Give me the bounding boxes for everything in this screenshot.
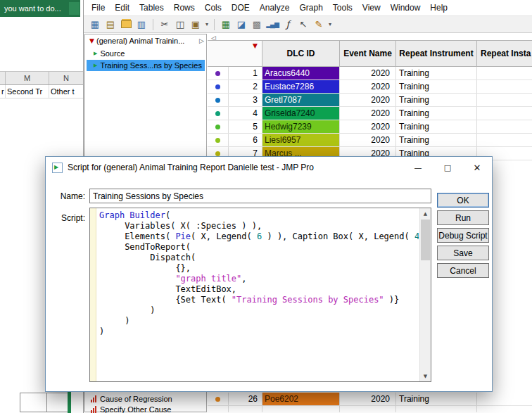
red-triangle-icon[interactable]: ▼ xyxy=(253,42,258,49)
repeat-instrument-cell[interactable]: Training xyxy=(396,107,477,120)
row-state-cell[interactable] xyxy=(208,67,229,80)
menu-rows[interactable]: Rows xyxy=(169,1,200,15)
repeat-instrument-cell[interactable]: Training xyxy=(396,120,477,133)
script-editor[interactable]: Graph Builder( Variables( X( :Species ) … xyxy=(89,208,431,382)
minimize-button[interactable]: — xyxy=(403,157,433,178)
excel-cell[interactable]: r xyxy=(0,85,6,98)
event-name-cell[interactable]: 2020 xyxy=(340,134,396,146)
table-row[interactable]: 1Aracus64402020Training xyxy=(208,67,532,80)
row-number-cell[interactable]: 6 xyxy=(229,134,262,146)
menu-file[interactable]: File xyxy=(87,1,110,15)
repeat-instrument-cell[interactable]: Training xyxy=(396,134,477,146)
expand-panel-icon[interactable]: ▷ xyxy=(199,37,204,44)
menu-tables[interactable]: Tables xyxy=(134,1,169,15)
script-scrollbar[interactable]: ▲ ▼ xyxy=(419,208,431,381)
table-row[interactable]: 4Griselda72402020Training xyxy=(208,107,532,120)
column-header-repeat-instrument[interactable]: Repeat Instrument xyxy=(396,40,477,67)
menu-help[interactable]: Help xyxy=(425,1,452,15)
menu-tools[interactable]: Tools xyxy=(328,1,357,15)
close-button[interactable]: ✕ xyxy=(462,157,492,178)
excel-cell[interactable] xyxy=(47,393,69,412)
save-file-icon[interactable] xyxy=(134,18,148,32)
menu-edit[interactable]: Edit xyxy=(110,1,134,15)
table-row[interactable] xyxy=(208,406,532,412)
table-script-source[interactable]: ▶Source xyxy=(87,48,205,59)
dlc-id-cell[interactable]: Griselda7240 xyxy=(262,107,340,120)
maximize-button[interactable]: □ xyxy=(433,157,462,178)
bar-chart-icon[interactable] xyxy=(265,18,279,32)
menu-view[interactable]: View xyxy=(357,1,386,15)
open-file-icon[interactable] xyxy=(119,18,133,32)
event-name-cell[interactable]: 2020 xyxy=(340,393,396,405)
column-header-repeat-insta[interactable]: Repeat Insta xyxy=(477,40,532,67)
row-state-cell[interactable] xyxy=(208,134,229,146)
row-state-cell[interactable] xyxy=(208,80,229,93)
cut-icon[interactable] xyxy=(158,18,172,32)
dlc-id-cell[interactable]: Hedwig7239 xyxy=(262,120,340,133)
repeat-instance-cell[interactable] xyxy=(477,393,532,405)
repeat-instance-cell[interactable] xyxy=(477,120,532,133)
row-state-cell[interactable] xyxy=(208,393,229,405)
annotate-icon[interactable] xyxy=(312,18,326,32)
grid-view-icon[interactable] xyxy=(250,18,264,32)
repeat-instrument-cell[interactable]: Training xyxy=(396,393,477,405)
repeat-instrument-cell[interactable]: Training xyxy=(396,67,477,80)
event-name-cell[interactable]: 2020 xyxy=(340,107,396,120)
excel-cell[interactable] xyxy=(20,393,47,412)
copy-icon[interactable] xyxy=(173,18,187,32)
event-name-cell[interactable]: 2020 xyxy=(340,80,396,93)
new-journal-icon[interactable] xyxy=(103,18,118,32)
excel-tellme-box[interactable]: you want to do... xyxy=(0,0,80,17)
menu-analyze[interactable]: Analyze xyxy=(255,1,295,15)
dlc-id-cell[interactable]: Liesl6957 xyxy=(262,134,340,146)
debug-script-button[interactable]: Debug Script xyxy=(437,228,489,243)
repeat-instrument-cell[interactable]: Training xyxy=(396,94,477,106)
column-item-cause-of-regression[interactable]: Cause of Regression xyxy=(85,393,206,404)
repeat-instrument-cell[interactable]: Training xyxy=(396,80,477,93)
excel-cell[interactable]: Other t xyxy=(49,85,83,98)
cancel-button[interactable]: Cancel xyxy=(437,263,489,278)
row-state-cell[interactable] xyxy=(208,94,229,106)
table-view-icon[interactable] xyxy=(219,18,233,32)
dlc-id-cell[interactable]: Poe6202 xyxy=(262,393,340,405)
table-row[interactable]: 5Hedwig72392020Training xyxy=(208,120,532,134)
repeat-instance-cell[interactable] xyxy=(477,107,532,120)
select-tool-icon[interactable] xyxy=(296,18,310,32)
script-code[interactable]: Graph Builder( Variables( X( :Species ) … xyxy=(99,210,419,381)
dlc-id-cell[interactable]: Eustace7286 xyxy=(262,80,340,93)
scrollbar-thumb[interactable] xyxy=(421,220,430,260)
new-data-table-icon[interactable] xyxy=(88,18,102,32)
column-item-specify-other-cause[interactable]: Specify Other Cause xyxy=(85,404,206,413)
row-number-cell[interactable]: 4 xyxy=(229,107,262,120)
menu-doe[interactable]: DOE xyxy=(227,1,255,15)
event-name-cell[interactable]: 2020 xyxy=(340,67,396,80)
table-row[interactable]: 3Gretl70872020Training xyxy=(208,94,532,107)
column-header-event-name[interactable]: Event Name xyxy=(340,40,396,67)
table-row[interactable]: 26Poe62022020Training xyxy=(208,393,532,406)
excel-cell[interactable]: Second Tr xyxy=(6,85,49,98)
run-button[interactable]: Run xyxy=(437,210,489,225)
menu-graph[interactable]: Graph xyxy=(294,1,327,15)
event-name-cell[interactable]: 2020 xyxy=(340,120,396,133)
graph-builder-icon[interactable] xyxy=(234,18,248,32)
repeat-instance-cell[interactable] xyxy=(477,67,532,80)
repeat-instance-cell[interactable] xyxy=(477,134,532,146)
excel-column-header-partial[interactable] xyxy=(0,72,6,84)
script-name-input[interactable] xyxy=(89,189,431,203)
row-state-cell[interactable] xyxy=(208,107,229,120)
red-triangle-icon[interactable]: ▼ xyxy=(87,37,96,44)
dropdown-arrow-icon[interactable]: ▾ xyxy=(205,21,208,27)
excel-column-header-m[interactable]: M xyxy=(6,72,49,84)
row-number-cell[interactable]: 5 xyxy=(229,120,262,133)
row-number-cell[interactable]: 3 xyxy=(229,94,262,106)
formula-icon[interactable] xyxy=(281,18,295,32)
event-name-cell[interactable]: 2020 xyxy=(340,94,396,106)
save-button[interactable]: Save xyxy=(437,246,489,260)
row-number-cell[interactable]: 2 xyxy=(229,80,262,93)
table-script-training-sess-ns-by-species[interactable]: ▶Training Sess...ns by Species xyxy=(87,60,205,71)
paste-icon[interactable] xyxy=(189,18,203,32)
menu-cols[interactable]: Cols xyxy=(200,1,227,15)
dialog-titlebar[interactable]: Script for (general) Animal Training Rep… xyxy=(46,157,492,178)
row-state-cell[interactable] xyxy=(208,120,229,133)
scrollbar-up-icon[interactable]: ▲ xyxy=(420,208,431,219)
